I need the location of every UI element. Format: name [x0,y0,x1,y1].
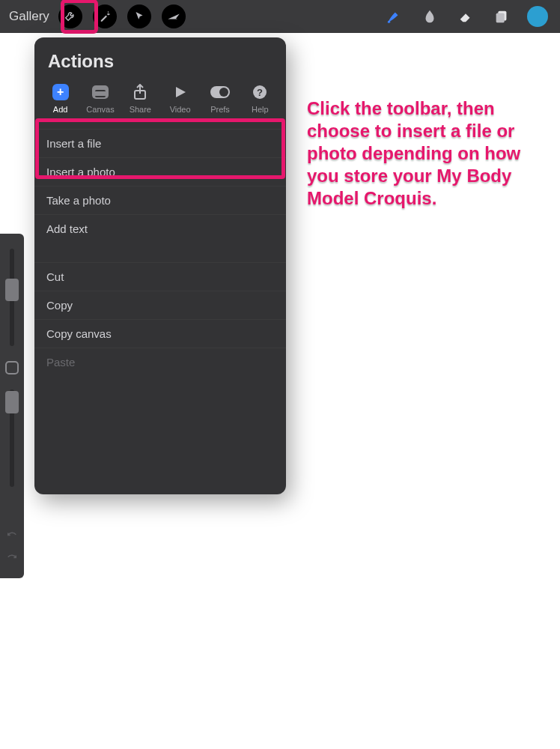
category-label: Video [170,105,191,114]
action-paste: Paste [34,348,286,376]
slider-thumb[interactable] [5,391,19,413]
action-cut[interactable]: Cut [34,262,286,291]
category-label: Share [130,105,151,114]
category-prefs[interactable]: Prefs [201,82,239,114]
color-swatch[interactable] [527,6,548,27]
action-insert-file[interactable]: Insert a file [34,129,286,157]
category-help[interactable]: ? Help [241,82,279,114]
help-icon: ? [250,82,270,102]
left-sidebar [0,234,24,578]
category-label: Prefs [210,105,230,114]
layers-icon[interactable] [491,6,512,27]
action-take-photo[interactable]: Take a photo [34,186,286,214]
action-copy-canvas[interactable]: Copy canvas [34,319,286,348]
canvas-icon [92,85,109,99]
svg-rect-3 [496,13,505,22]
play-icon [171,82,190,102]
category-video[interactable]: Video [162,82,199,114]
eraser-icon[interactable] [455,6,476,27]
top-toolbar: Gallery [0,0,560,33]
svg-point-1 [109,13,110,15]
share-icon [130,82,150,102]
selection-icon[interactable] [127,4,151,28]
smudge-icon[interactable] [419,6,440,27]
brush-size-slider[interactable] [10,249,14,346]
magic-wand-icon[interactable] [93,4,117,28]
toggle-icon [210,86,230,98]
category-row: + Add Canvas Share Video Prefs ? [34,82,286,121]
category-label: Add [53,105,68,114]
category-label: Canvas [86,105,114,114]
transform-arrow-icon[interactable] [162,4,186,28]
right-toolbar-icons [383,6,551,27]
plus-icon: + [52,84,69,100]
redo-icon[interactable] [5,550,19,563]
svg-text:?: ? [257,87,263,98]
category-canvas[interactable]: Canvas [82,82,119,114]
brush-icon[interactable] [383,6,404,27]
wrench-icon[interactable] [58,4,82,28]
modify-button[interactable] [5,361,19,374]
svg-point-0 [108,11,109,13]
gallery-link[interactable]: Gallery [9,9,49,24]
action-add-text[interactable]: Add text [34,214,286,243]
opacity-slider[interactable] [10,389,14,487]
undo-icon[interactable] [5,527,19,541]
category-add[interactable]: + Add [42,82,79,114]
panel-title: Actions [34,37,286,82]
action-copy[interactable]: Copy [34,291,286,319]
category-share[interactable]: Share [121,82,159,114]
action-insert-photo[interactable]: Insert a photo [34,157,286,186]
slider-thumb[interactable] [5,279,19,301]
actions-list: Insert a file Insert a photo Take a phot… [34,121,286,376]
actions-panel: Actions + Add Canvas Share Video Prefs [34,37,286,494]
instruction-annotation: Click the toolbar, then choose to insert… [307,97,539,210]
category-label: Help [252,105,269,114]
